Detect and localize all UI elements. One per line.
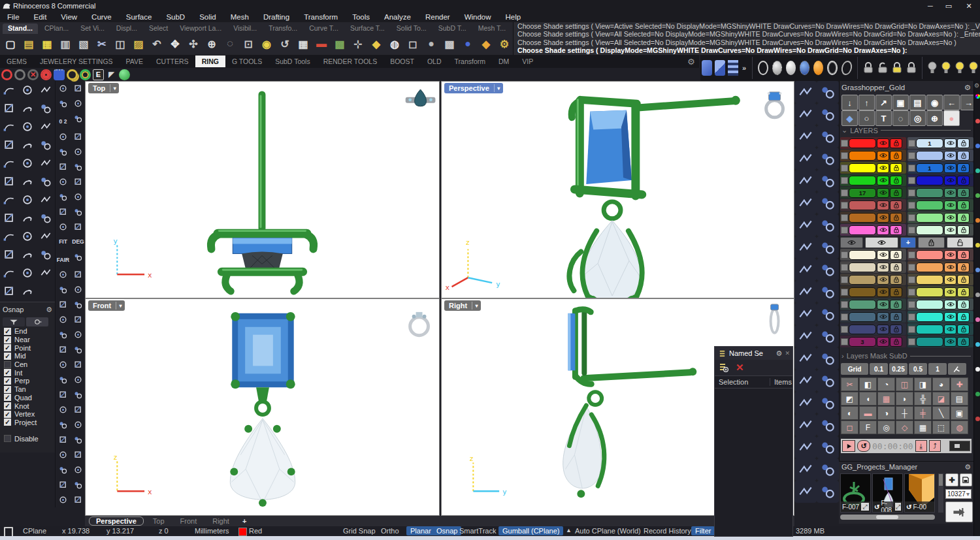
tool-icon[interactable] — [56, 402, 71, 417]
viewport-menu-icon[interactable]: ▾ — [494, 84, 503, 92]
zoom-window-icon[interactable]: ⊡ — [239, 35, 257, 53]
tool-icon[interactable] — [71, 432, 86, 447]
toolbar-tab[interactable]: Curve T... — [304, 24, 344, 34]
layer-color-swatch[interactable] — [916, 287, 943, 297]
ribbon-tab-subd-tools[interactable]: SubD Tools — [269, 56, 317, 67]
layer-visibility-icon[interactable] — [944, 287, 956, 297]
layer-row[interactable] — [907, 298, 973, 310]
close-button[interactable]: ✕ — [958, 2, 980, 10]
layer-visibility-icon[interactable] — [944, 250, 956, 260]
record-icon[interactable]: ⤓ — [915, 440, 927, 452]
export-anim-icon[interactable]: ⤴ — [929, 440, 941, 452]
tool-icon[interactable] — [0, 99, 18, 118]
mask-section-header[interactable]: ›Layers Mask SubD — [841, 352, 971, 360]
shield-blue-icon[interactable] — [54, 69, 65, 80]
layer-color-swatch[interactable] — [916, 325, 943, 334]
layer-select-checkbox[interactable] — [908, 214, 915, 221]
layer-row[interactable]: 1 — [907, 137, 973, 149]
mask-tool-icon[interactable]: ⬚ — [932, 421, 950, 434]
tool-icon[interactable] — [56, 267, 71, 282]
revert-icon[interactable]: ↺ — [906, 503, 911, 511]
menu-solid[interactable]: Solid — [192, 13, 223, 21]
unlock-all-icon[interactable] — [947, 237, 973, 248]
layer-row[interactable]: 1 — [907, 162, 973, 174]
panel-tab-icon[interactable] — [975, 193, 980, 198]
osnap-option-point[interactable]: ✓Point — [0, 343, 55, 352]
layer-select-checkbox[interactable] — [841, 313, 848, 321]
zoom-region-icon[interactable]: ◎ — [909, 110, 926, 126]
sphere-pink-icon[interactable]: ● — [943, 110, 960, 126]
tool-icon[interactable] — [71, 219, 86, 234]
subd-tool-icon[interactable] — [817, 303, 839, 325]
tool-icon[interactable]: FAIR — [56, 252, 71, 267]
status-item-millimeters[interactable]: Millimeters — [195, 527, 229, 535]
lock-all-icon[interactable] — [918, 237, 945, 248]
tool-icon[interactable] — [37, 154, 55, 172]
layer-lock-icon[interactable] — [957, 188, 970, 198]
tool-icon[interactable] — [56, 96, 71, 111]
layer-select-checkbox[interactable] — [841, 152, 848, 159]
layer-row[interactable] — [907, 224, 973, 236]
tool-icon[interactable] — [37, 246, 55, 264]
layer-visibility-icon[interactable] — [944, 312, 956, 322]
ribbon-tab-ring[interactable]: RING — [195, 56, 225, 67]
viewport-front[interactable]: z x Front▾ — [85, 298, 440, 516]
lock-icon[interactable] — [863, 60, 874, 76]
undo-view-icon[interactable]: ↺ — [276, 35, 294, 53]
grid-setting-button[interactable]: 0.25 — [889, 363, 907, 375]
osnap-option-end[interactable]: ✓End — [0, 327, 55, 336]
revert-icon[interactable]: ↺ — [874, 503, 879, 511]
sphere-green-icon[interactable] — [119, 69, 130, 80]
save-file-icon[interactable]: ▦ — [38, 35, 56, 53]
layer-visibility-icon[interactable] — [877, 275, 889, 285]
layer-select-checkbox[interactable] — [841, 189, 848, 197]
tool-icon[interactable] — [56, 342, 71, 357]
layer-visibility-icon[interactable] — [877, 225, 889, 235]
layer-visibility-icon[interactable] — [877, 262, 889, 272]
layer-visibility-icon[interactable] — [877, 200, 889, 210]
tool-icon[interactable] — [71, 312, 86, 327]
tool-icon[interactable] — [18, 209, 37, 227]
layer-color-swatch[interactable]: 3 — [849, 337, 876, 347]
layer-select-checkbox[interactable] — [841, 326, 848, 333]
subd-tool-icon[interactable] — [817, 81, 839, 103]
menu-drafting[interactable]: Drafting — [256, 13, 297, 21]
layer-row[interactable] — [840, 298, 906, 310]
panel-tab-icon[interactable] — [975, 392, 980, 396]
ring-cross-icon[interactable]: ✕ — [27, 69, 39, 80]
layer-color-swatch[interactable] — [916, 337, 943, 347]
viewport-tab-right[interactable]: Right — [206, 517, 236, 525]
mask-tool-icon[interactable]: ▣ — [951, 406, 968, 420]
checkbox[interactable]: ✓ — [4, 344, 11, 351]
play-icon[interactable] — [842, 440, 855, 452]
add-project-button[interactable]: ✚ — [945, 473, 958, 486]
menu-window[interactable]: Window — [457, 13, 498, 21]
mask-tool-icon[interactable]: ◎ — [877, 421, 895, 434]
layer-visibility-icon[interactable] — [877, 287, 889, 297]
panel-tab-icon[interactable] — [975, 243, 980, 247]
tool-icon[interactable] — [71, 342, 86, 357]
layer-visibility-icon[interactable] — [877, 312, 889, 322]
layer-row[interactable] — [840, 224, 906, 236]
panel-tab-icon[interactable] — [975, 119, 980, 123]
checkbox[interactable]: ✓ — [4, 394, 11, 401]
osnap-option-int[interactable]: ✓Int — [0, 368, 55, 377]
panel-tab-icon[interactable] — [975, 367, 980, 372]
grid-setting-button[interactable]: 0.5 — [909, 363, 927, 375]
layer-select-checkbox[interactable] — [841, 140, 848, 147]
panel-tab-icon[interactable] — [975, 218, 980, 223]
layer-lock-icon[interactable] — [957, 262, 970, 272]
layer-lock-icon[interactable] — [957, 312, 970, 322]
pan-view-icon[interactable]: ✥ — [166, 35, 184, 53]
rendered-grid-icon[interactable] — [800, 61, 809, 75]
tool-icon[interactable] — [37, 136, 55, 154]
status-item-x-19-738[interactable]: x 19.738 — [62, 527, 90, 535]
viewport-tab-front[interactable]: Front — [174, 517, 204, 525]
named-selections-close-icon[interactable]: ✕ — [785, 350, 790, 357]
tool-icon[interactable] — [0, 136, 18, 154]
layer-visibility-icon[interactable] — [944, 213, 956, 223]
menu-view[interactable]: View — [54, 13, 84, 21]
tool-icon[interactable] — [37, 191, 55, 209]
zoom-selected-icon[interactable]: ◉ — [257, 35, 276, 53]
osnap-gear-icon[interactable]: ⚙ — [46, 306, 52, 314]
